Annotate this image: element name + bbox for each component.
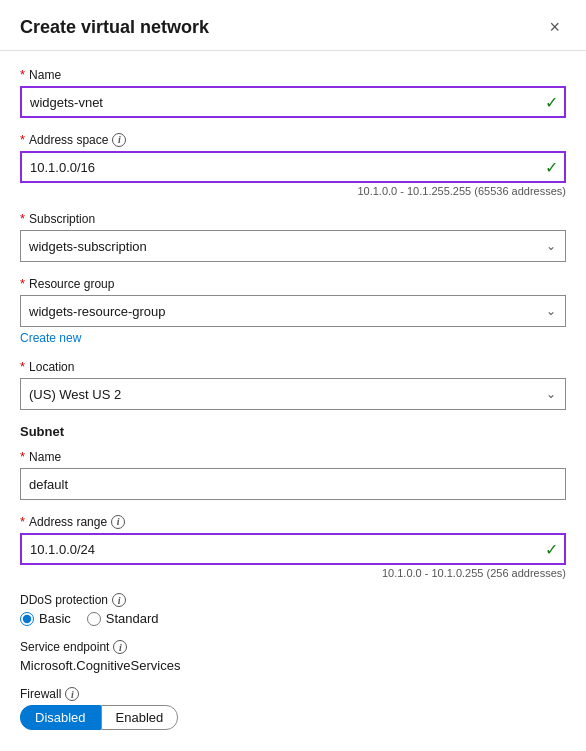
ddos-basic-label: Basic — [39, 611, 71, 626]
create-new-link[interactable]: Create new — [20, 331, 81, 345]
address-range-field-group: * Address range i ✓ 10.1.0.0 - 10.1.0.25… — [20, 514, 566, 579]
address-space-field-group: * Address space i ✓ 10.1.0.0 - 10.1.255.… — [20, 132, 566, 197]
resource-group-select-wrapper: widgets-resource-group ⌄ — [20, 295, 566, 327]
dialog-title: Create virtual network — [20, 17, 209, 38]
location-required-star: * — [20, 359, 25, 374]
ddos-field-group: DDoS protection i Basic Standard — [20, 593, 566, 626]
address-space-check-icon: ✓ — [545, 158, 558, 177]
subscription-select[interactable]: widgets-subscription — [20, 230, 566, 262]
service-endpoint-label-text: Service endpoint — [20, 640, 109, 654]
address-space-required-star: * — [20, 132, 25, 147]
subscription-field-group: * Subscription widgets-subscription ⌄ — [20, 211, 566, 262]
subnet-section-title: Subnet — [20, 424, 566, 439]
location-label-text: Location — [29, 360, 74, 374]
firewall-info-icon[interactable]: i — [65, 687, 79, 701]
subscription-label-text: Subscription — [29, 212, 95, 226]
firewall-label: Firewall i — [20, 687, 566, 701]
ddos-standard-radio[interactable] — [87, 612, 101, 626]
service-endpoint-field-group: Service endpoint i Microsoft.CognitiveSe… — [20, 640, 566, 673]
firewall-label-text: Firewall — [20, 687, 61, 701]
ddos-info-icon[interactable]: i — [112, 593, 126, 607]
subnet-name-field-group: * Name — [20, 449, 566, 500]
service-endpoint-info-icon[interactable]: i — [113, 640, 127, 654]
subnet-name-label: * Name — [20, 449, 566, 464]
resource-group-required-star: * — [20, 276, 25, 291]
address-space-label: * Address space i — [20, 132, 566, 147]
dialog-header: Create virtual network × — [0, 0, 586, 51]
location-field-group: * Location (US) West US 2 ⌄ — [20, 359, 566, 410]
close-button[interactable]: × — [543, 16, 566, 38]
location-select-wrapper: (US) West US 2 ⌄ — [20, 378, 566, 410]
resource-group-label-text: Resource group — [29, 277, 114, 291]
address-range-input[interactable] — [20, 533, 566, 565]
address-space-input-wrapper: ✓ — [20, 151, 566, 183]
subscription-label: * Subscription — [20, 211, 566, 226]
address-range-hint: 10.1.0.0 - 10.1.0.255 (256 addresses) — [20, 567, 566, 579]
dialog-body: * Name ✓ * Address space i ✓ 10.1.0.0 - … — [0, 51, 586, 751]
location-label: * Location — [20, 359, 566, 374]
firewall-disabled-button[interactable]: Disabled — [20, 705, 101, 730]
name-required-star: * — [20, 67, 25, 82]
name-input[interactable] — [20, 86, 566, 118]
ddos-label-text: DDoS protection — [20, 593, 108, 607]
address-space-label-text: Address space — [29, 133, 108, 147]
resource-group-select[interactable]: widgets-resource-group — [20, 295, 566, 327]
ddos-standard-label: Standard — [106, 611, 159, 626]
name-label: * Name — [20, 67, 566, 82]
address-space-hint: 10.1.0.0 - 10.1.255.255 (65536 addresses… — [20, 185, 566, 197]
address-range-input-wrapper: ✓ — [20, 533, 566, 565]
service-endpoint-value: Microsoft.CognitiveServices — [20, 658, 566, 673]
ddos-standard-option[interactable]: Standard — [87, 611, 159, 626]
firewall-toggle-group: Disabled Enabled — [20, 705, 566, 730]
create-vnet-dialog: Create virtual network × * Name ✓ * Addr… — [0, 0, 586, 751]
firewall-field-group: Firewall i Disabled Enabled — [20, 687, 566, 730]
name-label-text: Name — [29, 68, 61, 82]
name-input-wrapper: ✓ — [20, 86, 566, 118]
ddos-label: DDoS protection i — [20, 593, 566, 607]
address-space-info-icon[interactable]: i — [112, 133, 126, 147]
address-range-required-star: * — [20, 514, 25, 529]
address-space-input[interactable] — [20, 151, 566, 183]
ddos-basic-option[interactable]: Basic — [20, 611, 71, 626]
address-range-label: * Address range i — [20, 514, 566, 529]
subscription-select-wrapper: widgets-subscription ⌄ — [20, 230, 566, 262]
subnet-name-required-star: * — [20, 449, 25, 464]
firewall-enabled-button[interactable]: Enabled — [101, 705, 179, 730]
subnet-name-input[interactable] — [20, 468, 566, 500]
name-check-icon: ✓ — [545, 93, 558, 112]
service-endpoint-label: Service endpoint i — [20, 640, 566, 654]
ddos-basic-radio[interactable] — [20, 612, 34, 626]
resource-group-label: * Resource group — [20, 276, 566, 291]
location-select[interactable]: (US) West US 2 — [20, 378, 566, 410]
subnet-name-label-text: Name — [29, 450, 61, 464]
address-range-label-text: Address range — [29, 515, 107, 529]
address-range-info-icon[interactable]: i — [111, 515, 125, 529]
address-range-check-icon: ✓ — [545, 540, 558, 559]
name-field-group: * Name ✓ — [20, 67, 566, 118]
subscription-required-star: * — [20, 211, 25, 226]
resource-group-field-group: * Resource group widgets-resource-group … — [20, 276, 566, 345]
ddos-radio-group: Basic Standard — [20, 611, 566, 626]
